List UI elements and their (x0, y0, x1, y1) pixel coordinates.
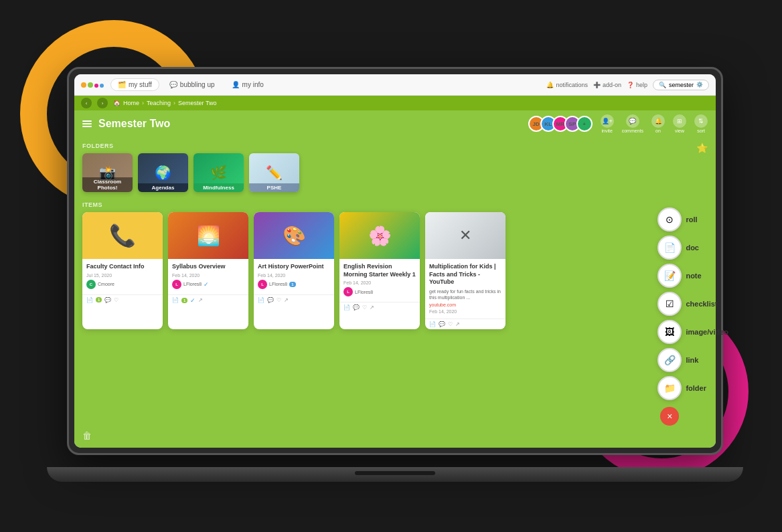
user-avatar-lflores3: L (343, 287, 353, 296)
logo-dot-blue (100, 84, 104, 88)
view-btn[interactable]: ⊞ view (673, 114, 686, 133)
tab-bubbling-up[interactable]: 💬 bubbling up (163, 79, 222, 90)
share-icon-3[interactable]: ↗ (284, 297, 289, 303)
folders-label: folders (82, 143, 708, 149)
username-syllabus: LFlores8 (183, 282, 202, 286)
items-row: 📞 Faculty Contact Info Jul 15, 2020 C Cm… (82, 212, 708, 329)
badge-arthistory: 1 (289, 282, 295, 287)
comment-icon-5[interactable]: 💬 (439, 321, 445, 327)
item-title-multiplication: Multiplication for Kids | Facts and Tric… (429, 263, 501, 286)
invite-btn[interactable]: 👤+ invite (601, 114, 614, 133)
item-desc-multiplication: get ready for fun facts and tricks in th… (429, 288, 501, 300)
comment-icon[interactable]: 💬 (104, 297, 111, 303)
item-img-arthistory: 🎨 (254, 212, 334, 259)
item-date-faculty: Jul 15, 2020 (86, 273, 159, 278)
checklist-icon: ☑ (657, 292, 682, 316)
item-img-faculty: 📞 (82, 212, 163, 259)
item-card-arthistory[interactable]: 🎨 Art History PowerPoint Feb 14, 2020 L … (254, 212, 334, 329)
nav-right: 🔔 notifications ➕ add-on ❓ help 🔍 (546, 80, 709, 90)
comment-icon-4[interactable]: 💬 (353, 304, 360, 311)
tab-my-stuff[interactable]: 🗂️ my stuff (110, 78, 159, 91)
item-img-syllabus: 🌅 (168, 212, 248, 259)
sort-btn[interactable]: ⇅ sort (694, 114, 708, 133)
menu-button[interactable] (82, 120, 92, 127)
delete-btn[interactable]: 🗑 (82, 430, 92, 441)
comments-btn[interactable]: 💬 comments (622, 114, 643, 133)
note-label: note (686, 272, 701, 280)
avatar-5: + (576, 116, 593, 132)
share-icon-4[interactable]: ↗ (370, 304, 374, 311)
addon-btn[interactable]: ➕ add-on (593, 82, 621, 88)
star-btn[interactable]: ⭐ (696, 143, 708, 153)
quick-add-link[interactable]: 🔗 link (657, 348, 728, 372)
item-date-english: Feb 14, 2020 (343, 280, 416, 285)
folder-classroom-label: Classroom Photos! (82, 177, 133, 192)
item-date-multiplication: Feb 14, 2020 (429, 309, 501, 314)
quick-add-roll[interactable]: ⊙ roll (657, 207, 728, 232)
heart-icon-5[interactable]: ♡ (448, 321, 453, 327)
share-icon-5[interactable]: ↗ (455, 321, 460, 327)
quick-add-doc[interactable]: 📄 doc (657, 236, 728, 260)
user-avatar-cmoore: C (86, 280, 96, 289)
content-header: Semester Two JD KL MR SP + 👤+ invite (74, 110, 716, 137)
folder-agendas-label: Agendas (138, 183, 188, 192)
doc-icon-4[interactable]: 📄 (343, 304, 350, 311)
quick-add-imagevideo[interactable]: 🖼 image/video (657, 320, 728, 344)
folder-mindfulness[interactable]: 🌿 Mindfulness (193, 153, 244, 192)
heart-icon-3[interactable]: ♡ (277, 297, 281, 303)
imagevideo-label: image/video (686, 328, 728, 336)
item-title-faculty: Faculty Contact Info (86, 263, 159, 271)
item-card-syllabus[interactable]: 🌅 Syllabus Overview Feb 14, 2020 L LFlor… (168, 212, 248, 329)
doc-icon-2[interactable]: 📄 (172, 297, 179, 303)
folder-pshe[interactable]: ✏️ PSHE (249, 153, 299, 192)
link-icon: 🔗 (657, 348, 682, 372)
check-icon: ✓ (204, 281, 209, 288)
item-actions-syllabus: 📄 1 ✓ ↗ (168, 294, 248, 306)
folder-classroom[interactable]: 📸 Classroom Photos! (82, 153, 133, 192)
quick-add-folder[interactable]: 📁 folder (657, 376, 728, 400)
folder-agendas[interactable]: 🌍 Agendas (138, 153, 188, 192)
laptop-body: 🗂️ my stuff 💬 bubbling up 👤 my info 🔔 (67, 67, 723, 455)
logo-dot-orange (81, 82, 86, 88)
laptop-wrapper: 🗂️ my stuff 💬 bubbling up 👤 my info 🔔 (67, 67, 723, 482)
item-card-multiplication[interactable]: ✕ Multiplication for Kids | Facts and Tr… (425, 212, 505, 329)
tab-my-info[interactable]: 👤 my info (225, 79, 270, 90)
item-actions-arthistory: 📄 💬 ♡ ↗ (254, 294, 334, 305)
badge-syllabus: 1 (181, 298, 187, 303)
comment-icon-3[interactable]: 💬 (267, 297, 274, 303)
on-btn[interactable]: 🔔 on (651, 114, 665, 133)
item-img-english: 🌸 (339, 212, 420, 259)
item-actions-multiplication: 📄 💬 ♡ ↗ (425, 319, 505, 329)
item-actions-english: 📄 💬 ♡ ↗ (339, 302, 420, 313)
breadcrumb-home[interactable]: 🏠 (113, 100, 121, 106)
quick-add-note[interactable]: 📝 note (657, 264, 728, 288)
item-card-faculty[interactable]: 📞 Faculty Contact Info Jul 15, 2020 C Cm… (82, 212, 163, 329)
breadcrumb-back-btn[interactable]: ‹ (81, 98, 92, 108)
item-date-syllabus: Feb 14, 2020 (172, 273, 244, 278)
youtube-link[interactable]: youtube.com (429, 302, 501, 307)
doc-icon[interactable]: 📄 (86, 297, 93, 303)
doc-icon-5[interactable]: 📄 (429, 321, 436, 327)
heart-icon[interactable]: ♡ (114, 297, 119, 303)
quick-add-checklist[interactable]: ☑ checklist (657, 292, 728, 316)
item-img-multiplication: ✕ (425, 212, 505, 259)
link-label: link (686, 356, 698, 364)
header-actions: JD KL MR SP + 👤+ invite 💬 comments (528, 114, 708, 133)
item-card-english[interactable]: 🌸 English Revision Morning Starter Weekl… (339, 212, 420, 329)
user-avatar-lflores2: L (258, 280, 267, 289)
roll-label: roll (686, 215, 697, 224)
quick-add-panel: ⊙ roll 📄 doc 📝 note ☑ checklist 🖼 image/… (657, 207, 728, 426)
notifications-btn[interactable]: 🔔 notifications (546, 82, 588, 88)
share-icon[interactable]: ↗ (198, 297, 203, 303)
breadcrumb-forward-btn[interactable]: › (97, 98, 108, 108)
item-title-syllabus: Syllabus Overview (172, 263, 244, 271)
search-box[interactable]: 🔍 semester ⚙️ (653, 80, 709, 90)
doc-icon-3[interactable]: 📄 (258, 297, 264, 303)
help-btn[interactable]: ❓ help (627, 82, 647, 88)
roll-icon: ⊙ (657, 207, 682, 232)
laptop-base (47, 467, 743, 482)
quick-add-close-btn[interactable]: × (660, 407, 679, 426)
checklist-label: checklist (686, 300, 717, 308)
doc-icon-qa: 📄 (657, 236, 682, 260)
heart-icon-4[interactable]: ♡ (362, 304, 367, 311)
